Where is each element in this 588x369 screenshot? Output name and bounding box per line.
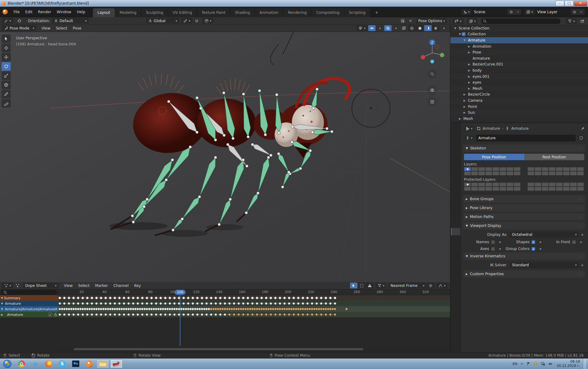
- multiview-icon[interactable]: [400, 25, 408, 31]
- outliner-display-mode[interactable]: ▾: [467, 18, 478, 24]
- layer-cell[interactable]: [499, 171, 506, 176]
- ik-solver-dropdown[interactable]: Standard▾: [509, 262, 579, 268]
- breadcrumb-object[interactable]: Armature: [483, 126, 500, 131]
- scene-selector[interactable]: ▾ Scene ⧉ ✕: [461, 9, 522, 15]
- taskbar-app-skype[interactable]: S: [56, 359, 68, 368]
- layer-cell[interactable]: [513, 167, 521, 171]
- network-icon[interactable]: [541, 362, 545, 366]
- outliner-row-eyes[interactable]: ▶eyes: [450, 79, 588, 85]
- armature-name-field[interactable]: Armature: [476, 135, 576, 141]
- layer-cell[interactable]: [506, 167, 513, 171]
- workspace-tab-animation[interactable]: Animation: [255, 8, 283, 17]
- new-collection-button[interactable]: [579, 18, 586, 24]
- dopesheet-menu-key[interactable]: Key: [131, 282, 144, 289]
- outliner-row-mesh[interactable]: ▶Mesh: [450, 116, 588, 122]
- layer-cell[interactable]: [570, 171, 577, 176]
- copy-scene-button[interactable]: ⧉: [508, 9, 514, 15]
- channel-summary[interactable]: ▼Summary: [0, 295, 58, 301]
- layer-cell[interactable]: [513, 182, 521, 187]
- proportional-keys-icon[interactable]: [427, 283, 434, 288]
- layer-cell[interactable]: [542, 182, 549, 187]
- box-select-icon[interactable]: [358, 283, 365, 288]
- layer-cell[interactable]: [471, 167, 478, 171]
- properties-tab-tool[interactable]: [451, 137, 460, 144]
- viewport-menu-select[interactable]: Select: [53, 25, 70, 32]
- overlays-toggle[interactable]: [384, 25, 392, 31]
- layer-cell[interactable]: [464, 171, 471, 176]
- outliner-row-sun[interactable]: ▶Sun: [450, 109, 588, 116]
- workspace-tab-texture-paint[interactable]: Texture Paint: [197, 8, 230, 17]
- outliner-row-scene-collection[interactable]: ▼Scene Collection: [450, 25, 588, 31]
- layer-cell[interactable]: [556, 182, 563, 187]
- annotate-tool[interactable]: [2, 90, 11, 98]
- properties-tab-world[interactable]: [451, 187, 460, 195]
- current-frame-badge[interactable]: 106: [175, 290, 186, 295]
- layer-cell[interactable]: [492, 182, 499, 187]
- snap-magnet-icon[interactable]: [193, 18, 200, 24]
- expander-icon[interactable]: ▶: [463, 111, 466, 114]
- layer-cell[interactable]: [534, 171, 542, 176]
- expander-icon[interactable]: ▶: [467, 75, 471, 78]
- layer-cell[interactable]: [485, 182, 492, 187]
- layer-cell[interactable]: [478, 167, 485, 171]
- rotate-tool-icon[interactable]: [15, 18, 24, 24]
- layer-cell[interactable]: [499, 167, 506, 171]
- layer-grid-group[interactable]: [464, 167, 521, 176]
- shading-solid-button[interactable]: [416, 25, 424, 31]
- dopesheet-scrollbar[interactable]: [74, 348, 363, 350]
- notification-icon[interactable]: [534, 362, 538, 366]
- layer-cell[interactable]: [549, 167, 556, 171]
- viewport-menu-pose[interactable]: Pose: [70, 25, 84, 32]
- expander-icon[interactable]: ▶: [467, 69, 471, 72]
- section-bone-groups[interactable]: ▶Bone Groups::::: [463, 195, 585, 203]
- measure-tool[interactable]: [2, 99, 11, 108]
- layer-cell[interactable]: [563, 167, 570, 171]
- layer-cell[interactable]: [506, 171, 513, 176]
- channel-search[interactable]: [0, 289, 58, 295]
- outliner-row-beziercurve-001[interactable]: ▶BezierCurve.001: [450, 62, 588, 68]
- layer-cell[interactable]: [527, 171, 534, 176]
- zoom-gizmo[interactable]: [428, 69, 437, 79]
- viewport-3d[interactable]: User Perspective (106) Armature : head b…: [0, 32, 450, 282]
- menu-render[interactable]: Render: [35, 9, 54, 15]
- expander-icon[interactable]: ▶: [467, 51, 471, 54]
- menu-window[interactable]: Window: [54, 9, 74, 15]
- view-layer-icon[interactable]: ▾: [524, 9, 535, 15]
- move-tool[interactable]: [2, 53, 11, 62]
- outliner-row-collection[interactable]: ▼✓Collection: [450, 31, 588, 38]
- pose-position-button[interactable]: Pose Position: [464, 154, 524, 160]
- dopesheet-menu-channel[interactable]: Channel: [111, 282, 131, 289]
- channel-armature[interactable]: ▼Armature: [0, 301, 58, 306]
- taskbar-app-internet-explorer[interactable]: e: [29, 359, 41, 368]
- outliner-row-animation[interactable]: ▶Animation: [450, 43, 588, 50]
- taskbar-app-ant-blend[interactable]: [110, 359, 123, 368]
- expander-icon[interactable]: ▶: [458, 117, 462, 120]
- dopesheet-menu-view[interactable]: View: [61, 282, 75, 289]
- outliner-editor-type[interactable]: ▾: [452, 18, 464, 24]
- pivot-point-dropdown[interactable]: ▾: [181, 18, 192, 24]
- delete-scene-button[interactable]: ✕: [514, 9, 521, 15]
- taskbar-app-blender[interactable]: [83, 359, 95, 368]
- rest-position-button[interactable]: Rest Position: [524, 154, 585, 160]
- outliner-row-beziercircle[interactable]: ▶BezierCircle: [450, 92, 588, 98]
- overlays-dropdown[interactable]: ▾: [392, 25, 400, 31]
- layer-cell[interactable]: [506, 187, 513, 191]
- collection-checkbox[interactable]: ✓: [462, 32, 465, 36]
- layer-cell[interactable]: [542, 167, 549, 171]
- armature-id-icon[interactable]: ▾: [463, 135, 475, 141]
- layer-cell[interactable]: [478, 187, 485, 191]
- layer-cell[interactable]: [563, 171, 570, 176]
- transform-tool[interactable]: [2, 81, 11, 89]
- layer-grid-group[interactable]: [464, 182, 521, 191]
- taskbar-app-folder[interactable]: [97, 359, 109, 368]
- expander-icon[interactable]: ▼: [458, 33, 462, 36]
- rotate-tool[interactable]: [2, 62, 11, 71]
- armature-layers-grid[interactable]: [464, 167, 584, 176]
- menu-file[interactable]: File: [11, 9, 22, 15]
- expander-icon[interactable]: ▶: [463, 93, 466, 96]
- keying-interp-dropdown[interactable]: ▾: [436, 283, 448, 288]
- layer-cell[interactable]: [534, 182, 542, 187]
- delete-view-layer-button[interactable]: ✕: [578, 9, 585, 15]
- expander-icon[interactable]: ▼: [453, 27, 457, 30]
- properties-tab-output[interactable]: [451, 157, 460, 164]
